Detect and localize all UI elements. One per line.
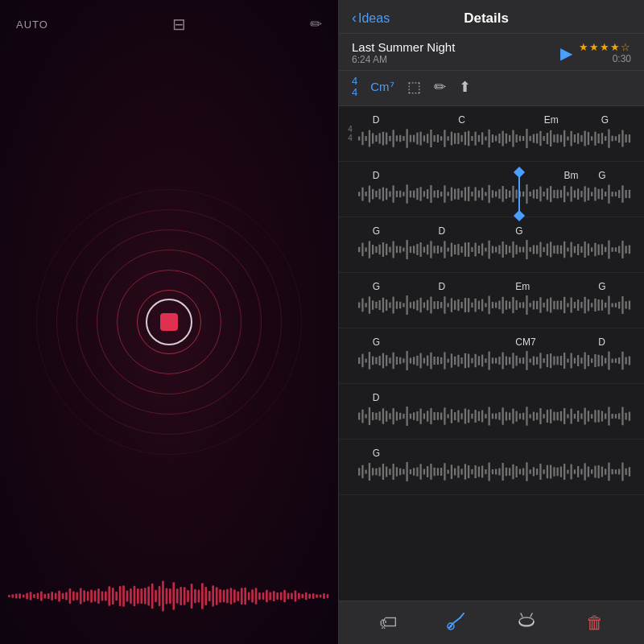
row-content[interactable]: GDEmG — [358, 276, 644, 324]
svg-rect-322 — [605, 246, 606, 251]
svg-rect-165 — [615, 136, 617, 141]
svg-rect-621 — [533, 467, 535, 476]
svg-rect-355 — [444, 296, 445, 314]
svg-rect-318 — [591, 247, 592, 252]
waveform-display — [0, 580, 338, 644]
svg-rect-107 — [416, 132, 418, 144]
svg-rect-346 — [413, 301, 415, 308]
svg-rect-480 — [598, 354, 600, 366]
svg-rect-563 — [608, 407, 609, 425]
svg-rect-58 — [216, 587, 218, 605]
svg-rect-560 — [598, 410, 600, 422]
svg-rect-548 — [557, 411, 559, 420]
svg-rect-532 — [502, 407, 504, 425]
svg-rect-423 — [402, 358, 404, 363]
svg-rect-307 — [553, 245, 555, 253]
svg-rect-281 — [464, 242, 466, 257]
play-button[interactable]: ▶ — [560, 43, 572, 63]
svg-rect-338 — [386, 299, 387, 311]
svg-rect-474 — [577, 355, 579, 366]
svg-rect-196 — [448, 192, 449, 196]
svg-rect-192 — [434, 190, 436, 197]
row-content[interactable]: GCM7D — [358, 332, 644, 380]
svg-rect-457 — [519, 357, 521, 363]
score-area: 44DCEmGDBmG GDGGDEmGGCM7DDG — [339, 106, 644, 601]
svg-rect-248 — [625, 190, 627, 198]
guitar-icon[interactable] — [446, 610, 467, 636]
svg-rect-300 — [530, 247, 531, 252]
tray-icon[interactable]: ⊟ — [172, 14, 186, 34]
svg-rect-389 — [560, 300, 562, 309]
svg-rect-631 — [567, 469, 568, 473]
row-content[interactable]: G — [358, 443, 644, 491]
svg-rect-80 — [295, 590, 297, 601]
svg-rect-578 — [386, 466, 387, 477]
svg-rect-357 — [451, 298, 452, 312]
svg-rect-247 — [621, 185, 623, 203]
svg-rect-527 — [485, 414, 486, 419]
row-content[interactable]: DBmG — [358, 165, 644, 213]
svg-rect-257 — [382, 242, 384, 257]
svg-rect-337 — [382, 297, 384, 312]
svg-rect-26 — [101, 591, 104, 601]
svg-rect-223 — [539, 186, 541, 201]
svg-rect-450 — [495, 357, 497, 363]
svg-rect-51 — [191, 584, 193, 609]
svg-rect-462 — [536, 357, 538, 365]
svg-rect-219 — [526, 184, 527, 204]
score-row: GDG — [339, 217, 644, 273]
svg-rect-622 — [536, 468, 538, 474]
svg-rect-303 — [539, 242, 541, 257]
svg-rect-199 — [457, 188, 459, 200]
back-button[interactable]: ‹ Ideas — [352, 10, 390, 27]
svg-rect-547 — [553, 411, 555, 420]
star-rating[interactable]: ★★★★☆ — [579, 41, 631, 53]
row-content[interactable]: DCEmG — [358, 109, 644, 158]
row-content[interactable]: D — [358, 387, 644, 436]
svg-rect-461 — [533, 356, 535, 365]
chord-mark: Bm — [564, 170, 579, 181]
svg-rect-466 — [550, 353, 551, 367]
svg-rect-477 — [588, 354, 589, 365]
svg-rect-334 — [372, 300, 374, 309]
svg-rect-364 — [475, 298, 477, 312]
svg-rect-212 — [502, 186, 504, 202]
svg-rect-572 — [365, 469, 367, 473]
drums-icon[interactable] — [516, 610, 537, 636]
svg-rect-274 — [440, 246, 442, 252]
svg-rect-296 — [516, 245, 518, 254]
chord-label[interactable]: Cm⁷ — [370, 80, 394, 94]
svg-rect-57 — [212, 585, 214, 606]
svg-rect-131 — [498, 133, 500, 142]
pencil-icon[interactable]: ✏ — [310, 15, 322, 33]
svg-rect-244 — [612, 191, 613, 196]
trash-icon[interactable]: 🗑 — [586, 613, 604, 634]
svg-rect-633 — [574, 469, 576, 474]
svg-rect-438 — [454, 356, 456, 365]
share-icon[interactable]: ⬆ — [459, 78, 471, 96]
edit-icon[interactable]: ✏ — [434, 78, 446, 96]
svg-rect-173 — [369, 185, 370, 202]
svg-rect-284 — [475, 242, 477, 256]
svg-rect-214 — [509, 190, 510, 197]
svg-rect-470 — [564, 352, 565, 368]
loop-icon[interactable]: ⬚ — [407, 78, 421, 96]
tag-icon[interactable]: 🏷 — [379, 613, 397, 634]
svg-rect-598 — [454, 468, 456, 475]
svg-rect-448 — [489, 351, 490, 369]
svg-rect-513 — [437, 412, 439, 420]
svg-rect-649 — [629, 467, 630, 477]
svg-rect-582 — [399, 468, 401, 474]
chord-mark: G — [373, 225, 380, 237]
record-button[interactable] — [146, 299, 192, 345]
svg-rect-54 — [201, 583, 204, 609]
svg-rect-0 — [8, 595, 10, 597]
svg-rect-414 — [372, 356, 374, 365]
svg-rect-112 — [434, 135, 436, 142]
time-signature[interactable]: 4 4 — [352, 76, 357, 99]
drag-marker[interactable] — [515, 168, 523, 220]
svg-rect-434 — [440, 357, 442, 363]
row-content[interactable]: GDG — [358, 221, 644, 269]
svg-rect-36 — [137, 588, 139, 603]
svg-rect-164 — [612, 135, 613, 141]
